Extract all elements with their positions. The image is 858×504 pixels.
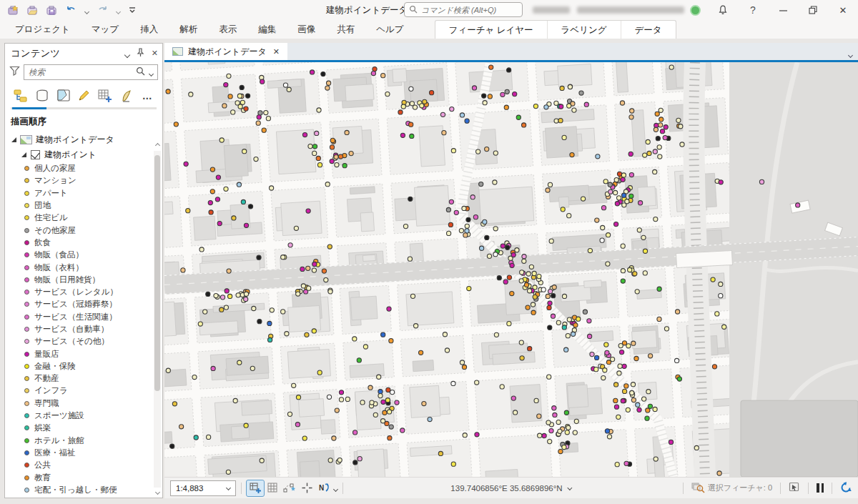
- customize-qat-icon[interactable]: [128, 6, 137, 14]
- tab-editing[interactable]: [75, 87, 93, 105]
- pane-close-icon[interactable]: ✕: [152, 49, 158, 58]
- command-search-input[interactable]: [421, 6, 518, 14]
- legend-item[interactable]: 物販（食品）: [5, 249, 162, 261]
- scroll-up-icon[interactable]: [154, 142, 160, 148]
- filter-funnel-icon[interactable]: [9, 66, 20, 79]
- legend-item[interactable]: サービス（レンタル）: [5, 286, 162, 298]
- legend-item[interactable]: マンション: [5, 174, 162, 187]
- legend-item[interactable]: 個人の家屋: [5, 162, 162, 174]
- contextual-tab-2[interactable]: データ: [621, 21, 676, 39]
- search-dropdown-chevron-icon[interactable]: [149, 66, 153, 79]
- constraints-toggle[interactable]: [281, 480, 298, 496]
- legend-item[interactable]: 専門職: [5, 397, 162, 410]
- scale-combo[interactable]: 1:4,883: [170, 480, 236, 496]
- legend-item[interactable]: 物販（日用雑貨）: [5, 274, 162, 286]
- legend-symbol-dot: [24, 178, 29, 183]
- coords-dropdown-chevron-icon[interactable]: [568, 485, 573, 490]
- legend-item[interactable]: 教育: [5, 471, 162, 483]
- map-view-tab[interactable]: 建物ポイントデータ ✕: [164, 43, 287, 60]
- legend-item[interactable]: サービス（その他）: [5, 335, 162, 347]
- legend-item[interactable]: 金融・保険: [5, 360, 162, 372]
- ribbon-tab-0[interactable]: プロジェクト: [4, 20, 81, 39]
- select-tool-icon[interactable]: [789, 482, 800, 494]
- tab-selection[interactable]: [54, 87, 72, 105]
- explore-selection-icon[interactable]: [691, 482, 705, 495]
- legend-item[interactable]: 量販店: [5, 347, 162, 360]
- legend-item[interactable]: サービス（自動車）: [5, 323, 162, 335]
- contents-search-input[interactable]: [29, 68, 132, 76]
- help-button[interactable]: ?: [738, 0, 768, 20]
- legend-item[interactable]: 娯楽: [5, 422, 162, 434]
- legend-item[interactable]: スポーツ施設: [5, 410, 162, 422]
- basemap[interactable]: [164, 62, 858, 477]
- refresh-icon[interactable]: [840, 482, 852, 495]
- pane-pin-icon[interactable]: [137, 47, 144, 60]
- legend-item[interactable]: ホテル・旅館: [5, 435, 162, 447]
- save-project-icon[interactable]: [46, 4, 57, 16]
- crosshair-toggle[interactable]: [298, 480, 315, 496]
- new-project-icon[interactable]: [7, 4, 19, 16]
- open-project-icon[interactable]: [26, 4, 38, 16]
- tab-data-source[interactable]: [33, 87, 51, 105]
- ribbon-tab-1[interactable]: マップ: [81, 20, 129, 39]
- tab-labeling[interactable]: [117, 87, 135, 105]
- tab-new-table[interactable]: [97, 87, 114, 105]
- legend-item[interactable]: 飲食: [5, 237, 162, 249]
- legend-item-label: 公共: [34, 460, 51, 470]
- snapping-toggle[interactable]: [247, 480, 264, 496]
- north-dropdown-chevron-icon[interactable]: [334, 484, 337, 493]
- account-portal-redacted: [533, 6, 570, 14]
- close-button[interactable]: ✕: [828, 0, 858, 20]
- legend-item[interactable]: 団地: [5, 199, 162, 212]
- legend-item[interactable]: 住宅ビル: [5, 212, 162, 224]
- tab-more-ellipsis[interactable]: …: [139, 87, 157, 105]
- coordinates-readout[interactable]: 139.7406856°E 35.6869896°N: [450, 484, 571, 493]
- ribbon-tab-2[interactable]: 挿入: [129, 20, 169, 39]
- minimize-button[interactable]: [768, 0, 798, 20]
- redo-dropdown-icon[interactable]: [117, 4, 120, 16]
- layer-visibility-checkbox[interactable]: [31, 150, 40, 159]
- ribbon-tab-6[interactable]: 画像: [287, 20, 326, 39]
- undo-icon[interactable]: [65, 5, 77, 16]
- restore-button[interactable]: [798, 0, 828, 20]
- legend-item[interactable]: アパート: [5, 187, 162, 199]
- tab-overflow-chevron-icon[interactable]: [849, 47, 852, 60]
- north-arrow-indicator[interactable]: N: [315, 480, 332, 496]
- legend-item[interactable]: 物販（衣料）: [5, 261, 162, 273]
- scale-dropdown-chevron-icon[interactable]: [226, 485, 231, 490]
- legend-item[interactable]: 公共: [5, 459, 162, 471]
- contextual-tab-0[interactable]: フィーチャ レイヤー: [435, 21, 547, 39]
- avatar[interactable]: [690, 5, 701, 16]
- tree-item-group-layer[interactable]: 建物ポイント: [5, 147, 162, 162]
- legend-item[interactable]: サービス（冠婚葬祭）: [5, 298, 162, 310]
- legend-item[interactable]: インフラ: [5, 385, 162, 397]
- command-search[interactable]: [404, 2, 523, 17]
- ribbon-tab-5[interactable]: 編集: [247, 20, 287, 39]
- contents-search-box[interactable]: [24, 64, 158, 80]
- ribbon-tab-4[interactable]: 表示: [208, 20, 247, 39]
- legend-item[interactable]: 医療・福祉: [5, 447, 162, 459]
- scrollbar-thumb[interactable]: [154, 155, 160, 391]
- legend-item[interactable]: その他家屋: [5, 224, 162, 236]
- expand-collapse-icon[interactable]: [21, 152, 26, 157]
- pane-menu-chevron-icon[interactable]: [125, 47, 129, 60]
- notifications-bell-icon[interactable]: [708, 0, 738, 20]
- expand-collapse-icon[interactable]: [11, 137, 16, 142]
- scroll-down-icon[interactable]: [154, 490, 160, 496]
- ribbon-tab-3[interactable]: 解析: [169, 20, 208, 39]
- ribbon-tab-7[interactable]: 共有: [326, 20, 365, 39]
- ribbon-tab-8[interactable]: ヘルプ: [365, 20, 414, 39]
- tree-item-map[interactable]: 建物ポイントデータ: [5, 132, 162, 147]
- contents-scrollbar[interactable]: [153, 142, 162, 496]
- contextual-tab-1[interactable]: ラベリング: [547, 21, 621, 39]
- legend-item[interactable]: 不動産: [5, 372, 162, 385]
- legend-item[interactable]: 宅配・引っ越し・郵便: [5, 484, 162, 496]
- pause-drawing-icon[interactable]: [817, 483, 824, 493]
- undo-dropdown-icon[interactable]: [85, 4, 89, 16]
- legend-item[interactable]: サービス（生活関連）: [5, 311, 162, 323]
- redo-icon[interactable]: [97, 5, 109, 16]
- tab-close-icon[interactable]: ✕: [273, 47, 280, 56]
- grid-toggle[interactable]: [264, 480, 281, 496]
- map-canvas[interactable]: [164, 62, 858, 477]
- tab-drawing-order[interactable]: [12, 87, 30, 105]
